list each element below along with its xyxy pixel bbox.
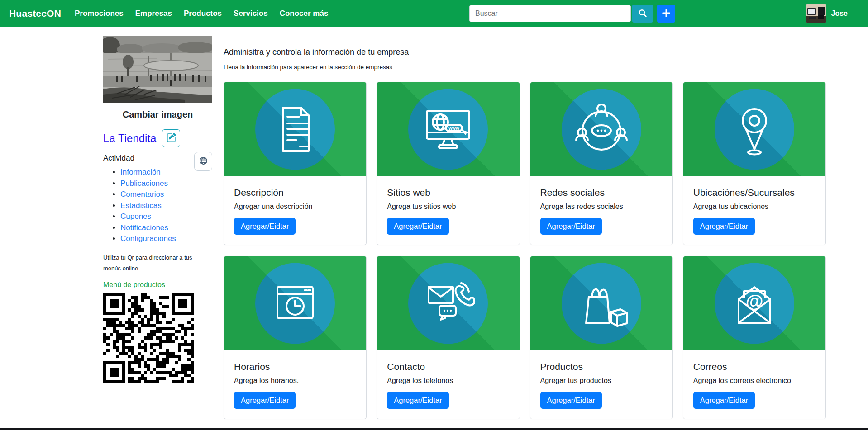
search-input[interactable] [469,5,631,22]
page-title: Adminisitra y controla la información de… [224,47,826,57]
card-subtitle: Agregar tus productos [540,377,663,385]
qr-code [103,293,194,383]
monitor-globe-icon: www [414,95,482,163]
activity-list: Información Publicaciones Comentarios Es… [103,167,212,245]
edit-name-button[interactable] [162,129,180,147]
card-descripcion: Descripción Agregar una descripción Agre… [224,82,367,245]
activity-item-configuraciones[interactable]: Configuraciones [120,233,212,245]
card-subtitle: Agregar una descripción [234,203,356,211]
card-subtitle: Agrega los correos electronico [693,377,816,385]
activity-item-comentarios[interactable]: Comentarios [120,189,212,200]
search-bar [469,5,675,23]
nav-links: Promociones Empresas Productos Servicios… [75,9,328,18]
card-horarios: Horarios Agrega los horarios. Agregar/Ei… [224,256,367,419]
card-title: Redes sociales [540,187,663,198]
globe-button[interactable] [194,152,212,171]
sidebar: Cambiar imagen La Tiendita Actividad In [103,36,212,383]
search-icon [638,9,647,19]
card-title: Sitios web [387,187,509,198]
agregar-editar-redes-button[interactable]: Agregar/Eidtar [540,218,602,235]
card-subtitle: Agrega tus ubicaciones [693,203,816,211]
card-grid: Descripción Agregar una descripción Agre… [224,82,826,430]
activity-item-notificaciones[interactable]: Notificaciones [120,222,212,234]
card-ubicaciones: Ubicaciónes/Sucursales Agrega tus ubicac… [683,82,826,245]
card-title: Ubicaciónes/Sucursales [693,187,816,198]
page-subtitle: Llena la información para aparecer en la… [224,64,826,71]
window-bottom-edge [0,428,868,430]
card-subtitle: Agrega los horarios. [234,377,356,385]
card-title: Descripción [234,187,356,198]
svg-text:www: www [448,126,460,131]
nav-item-promociones[interactable]: Promociones [75,9,124,18]
card-title: Horarios [234,361,356,372]
card-subtitle: Agrega tus sitios web [387,203,509,211]
agregar-editar-descripcion-button[interactable]: Agregar/Eidtar [234,218,296,235]
business-name-link[interactable]: La Tiendita [103,132,156,145]
schedule-clock-icon [261,269,329,337]
open-envelope-at-icon: @ [720,269,788,337]
brand-logo[interactable]: HuastecON [9,8,61,19]
navbar: HuastecON Promociones Empresas Productos… [0,0,868,27]
envelope-phone-icon [414,269,482,337]
nav-item-servicios[interactable]: Servicios [234,9,268,18]
people-network-icon [568,95,635,163]
nav-item-conocer-mas[interactable]: Conocer más [280,9,329,18]
nav-item-productos[interactable]: Productos [184,9,222,18]
agregar-editar-horarios-button[interactable]: Agregar/Eidtar [234,392,296,409]
document-icon [261,95,329,163]
map-pin-icon [720,95,788,163]
card-redes-sociales: Redes sociales Agrega las redes sociales… [530,82,673,245]
shopping-bag-icon [568,269,635,337]
agregar-editar-sitios-button[interactable]: Agregar/Eidtar [387,218,448,235]
pencil-square-icon [167,133,176,144]
main-content: Adminisitra y controla la información de… [224,36,826,430]
activity-item-cupones[interactable]: Cupones [120,211,212,222]
card-title: Correos [693,361,816,372]
card-title: Productos [540,361,663,372]
business-image[interactable] [103,36,212,103]
card-subtitle: Agrega los telefonos [387,377,509,385]
agregar-editar-correos-button[interactable]: Agregar/Eidtar [693,392,755,409]
activity-item-publicaciones[interactable]: Publicaciones [120,178,212,189]
card-productos: Productos Agregar tus productos Agregar/… [530,256,673,419]
nav-item-empresas[interactable]: Empresas [135,9,172,18]
plus-icon [662,9,670,19]
search-button[interactable] [632,5,653,23]
business-name-row: La Tiendita [103,129,212,147]
user-avatar[interactable] [806,4,826,23]
card-sitios-web: www Sitios web Agrega tus sitios web Agr… [377,82,520,245]
qr-note: Utiliza tu Qr para direccionar a tus men… [103,252,194,274]
user-name: Jose [831,9,848,18]
agregar-editar-ubicaciones-button[interactable]: Agregar/Eidtar [693,218,755,235]
add-button[interactable] [657,5,675,23]
card-contacto: Contacto Agrega los telefonos Agregar/Ei… [377,256,520,419]
user-menu[interactable]: Jose [806,4,848,23]
agregar-editar-productos-button[interactable]: Agregar/Eidtar [540,392,602,409]
menu-productos-link[interactable]: Menú de productos [103,281,165,289]
card-title: Contacto [387,361,509,372]
change-image-label[interactable]: Cambiar imagen [103,109,212,120]
activity-item-estadisticas[interactable]: Estadisticas [120,200,212,212]
card-correos: @ Correos Agrega los correos electronico… [683,256,826,419]
globe-icon [199,156,208,166]
svg-text:@: @ [745,291,763,311]
card-subtitle: Agrega las redes sociales [540,203,663,211]
agregar-editar-contacto-button[interactable]: Agregar/Eidtar [387,392,448,409]
